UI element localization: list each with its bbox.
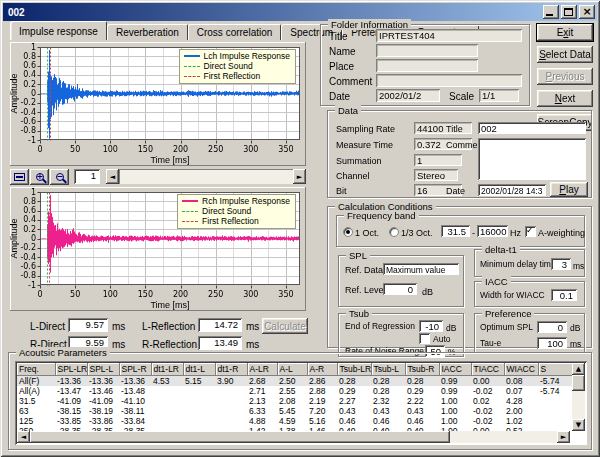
select-data-button[interactable]: Select Data	[537, 46, 593, 63]
folder-title-field[interactable]: IPRTEST404	[376, 29, 522, 42]
scroll-right-button[interactable]: ►	[557, 431, 570, 443]
tab-reverberation[interactable]: Reverberation	[107, 24, 188, 40]
table-cell: 0.46	[405, 416, 439, 426]
zoom-in-button[interactable]: +	[30, 169, 49, 185]
tab-cross-correlation[interactable]: Cross correlation	[188, 24, 282, 40]
radio-1-oct-label: 1 Oct.	[355, 228, 379, 238]
column-header[interactable]: A-R	[307, 363, 337, 375]
ref-data-field[interactable]: Maximum value	[383, 263, 459, 275]
table-row[interactable]: 31.5-41.09-41.09-41.102.132.082.192.272.…	[17, 396, 572, 406]
column-header[interactable]: IACC	[439, 363, 471, 375]
maximize-button[interactable]	[561, 5, 577, 19]
folder-name-field[interactable]	[376, 44, 478, 57]
scroll-right-button[interactable]: ►	[293, 169, 306, 184]
table-row[interactable]: All(A)-13.47-13.46-13.482.712.552.880.29…	[17, 386, 572, 396]
table-cell: 6.33	[247, 406, 277, 416]
column-header[interactable]: dt1-LR	[151, 363, 183, 375]
ms-unit: ms	[112, 321, 125, 332]
table-h-scrollbar[interactable]: ◄ ►	[17, 431, 570, 443]
column-header[interactable]: SPL-L	[87, 363, 119, 375]
h-scroll-thumb[interactable]	[30, 431, 450, 443]
column-header[interactable]: WIACC	[504, 363, 538, 375]
fit-width-button[interactable]	[10, 169, 29, 185]
channel-field[interactable]: Stereo	[414, 169, 458, 181]
auto-checkbox[interactable]	[419, 333, 430, 344]
calculate-button[interactable]: Calculate	[262, 318, 308, 334]
close-button[interactable]: ×	[579, 5, 595, 19]
table-cell: 2.00	[504, 406, 538, 416]
column-header[interactable]: dt1-R	[215, 363, 247, 375]
scroll-left-button[interactable]: ◄	[106, 169, 119, 184]
column-header[interactable]: Tsub-L	[371, 363, 405, 375]
exit-button[interactable]: Exit	[537, 24, 593, 41]
end-of-regression-field[interactable]: -10	[419, 320, 443, 332]
data-comment-field[interactable]	[478, 138, 586, 180]
scroll-left-button[interactable]: ◄	[17, 431, 30, 443]
group-legend: Acoutsic Parameters	[16, 347, 110, 358]
data-group: Data Sampling Rate 44100 Measure Time 0.…	[327, 110, 592, 198]
folder-comment-field[interactable]	[376, 74, 522, 87]
column-header[interactable]: Freq.	[17, 363, 55, 375]
folder-date-field[interactable]: 2002/01/2	[376, 89, 440, 102]
freq-low-field[interactable]: 31.5	[441, 225, 470, 237]
table-cell	[151, 406, 183, 416]
radio-1-3-oct[interactable]	[389, 227, 399, 237]
sampling-rate-field[interactable]: 44100	[414, 122, 472, 134]
legend-entry: Direct Sound	[182, 206, 290, 216]
bit-label: Bit	[336, 186, 347, 196]
data-date-field[interactable]: 2002/01/28 14:3	[478, 184, 546, 196]
page-field[interactable]: 1	[74, 169, 100, 184]
l-direct-field[interactable]: 9.57	[68, 318, 108, 332]
radio-1-oct[interactable]	[343, 227, 353, 237]
column-header[interactable]: TIACC	[471, 363, 504, 375]
data-date-label: Date	[446, 186, 465, 196]
column-header[interactable]: A-LR	[247, 363, 277, 375]
next-button[interactable]: Next	[537, 90, 593, 107]
scale-field[interactable]: 1/1	[479, 89, 519, 102]
column-header[interactable]: Tsub-LR	[337, 363, 371, 375]
scroll-up-button[interactable]: ▲	[572, 363, 585, 375]
folder-information-group: Folder Information Title IPRTEST404 Name…	[320, 24, 530, 106]
minimum-delay-field[interactable]: 3	[551, 258, 571, 270]
column-header[interactable]: Tsub-R	[405, 363, 439, 375]
tab-impulse-response[interactable]: Impulse response	[10, 21, 107, 40]
column-header[interactable]: A-L	[277, 363, 307, 375]
table-v-scrollbar[interactable]: ▲ ▼	[572, 363, 585, 431]
table-cell: 0.29	[337, 386, 371, 396]
table-row[interactable]: 63-38.15-38.19-38.116.335.457.200.430.43…	[17, 406, 572, 416]
tau-e-field[interactable]: 100	[537, 337, 567, 349]
table-cell: 1.00	[439, 416, 471, 426]
table-row[interactable]: All(F)-13.36-13.36-13.364.535.153.902.68…	[17, 375, 572, 386]
table-cell: -13.48	[119, 386, 151, 396]
v-scroll-thumb[interactable]	[572, 375, 585, 391]
table-cell: 1.00	[439, 396, 471, 406]
column-header[interactable]: S	[538, 363, 572, 375]
ref-level-field[interactable]: 0	[383, 283, 417, 295]
column-header[interactable]: SPL-LR	[55, 363, 87, 375]
table-cell: -41.10	[119, 396, 151, 406]
table-row[interactable]: 125-33.85-33.86-33.844.884.595.160.460.4…	[17, 416, 572, 426]
table-cell: -33.85	[55, 416, 87, 426]
scroll-down-button[interactable]: ▼	[572, 419, 585, 431]
previous-button[interactable]: Previous	[537, 68, 593, 85]
l-reflection-field[interactable]: 14.72	[198, 318, 242, 332]
r-reflection-field[interactable]: 13.49	[198, 336, 242, 350]
play-button[interactable]: Play	[550, 182, 588, 197]
table-cell: 1.00	[439, 406, 471, 416]
series-line-swatch	[184, 55, 200, 57]
freq-high-field[interactable]: 16000	[477, 225, 508, 237]
folder-place-field[interactable]	[376, 59, 478, 72]
zoom-out-button[interactable]: −	[50, 169, 69, 185]
title-bar[interactable]: 002 ×	[3, 3, 597, 21]
name-label: Name	[329, 46, 356, 57]
a-weighting-checkbox[interactable]	[525, 226, 536, 237]
summation-field[interactable]: 1	[414, 154, 462, 166]
optimum-spl-field[interactable]: 0	[537, 321, 567, 333]
column-header[interactable]: dt1-L	[183, 363, 215, 375]
l-direct-label: L-Direct	[30, 321, 65, 332]
data-title-field[interactable]: 002	[478, 122, 586, 134]
minimize-button[interactable]	[543, 5, 559, 19]
chart-h-scrollbar[interactable]	[119, 169, 293, 184]
column-header[interactable]: SPL-R	[119, 363, 151, 375]
width-wiacc-field[interactable]: 0.1	[551, 289, 577, 301]
